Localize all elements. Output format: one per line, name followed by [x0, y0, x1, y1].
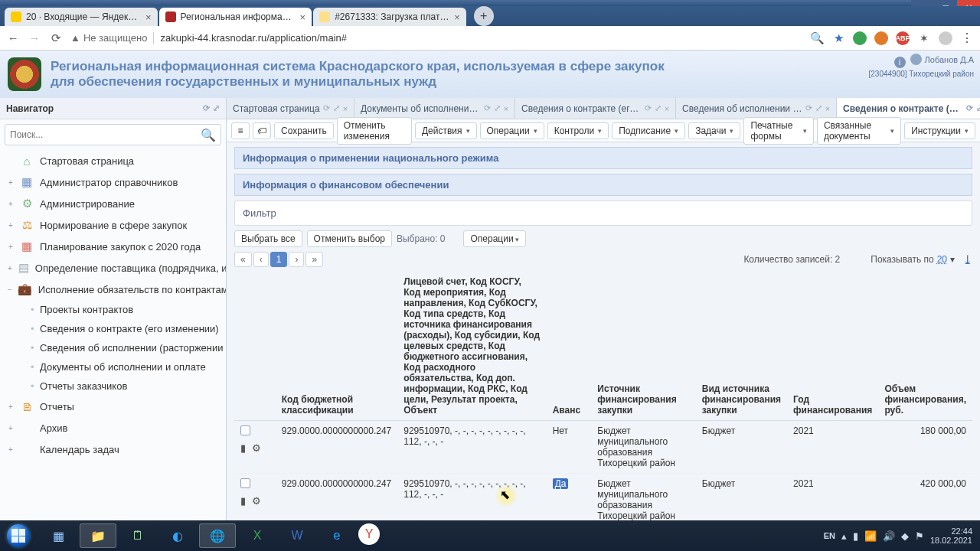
new-tab-button[interactable]: + [474, 6, 494, 26]
row-operations-menu[interactable]: Операции [463, 230, 526, 247]
forward-icon[interactable]: → [28, 31, 41, 45]
tab-refresh-icon[interactable]: ⟳ [323, 103, 330, 113]
tab-close-icon[interactable]: × [343, 104, 348, 113]
col-amount[interactable]: Объем финансирования, руб. [878, 272, 972, 421]
tray-up-icon[interactable]: ▴ [841, 530, 847, 542]
taskbar-app-excel[interactable]: X [239, 523, 276, 548]
nav-start[interactable]: ⌂Стартовая страница [0, 150, 226, 171]
nav-isp[interactable]: −💼Исполнение обязательств по контрактам [0, 279, 226, 300]
extension-icon[interactable] [853, 31, 867, 45]
actions-menu[interactable]: Действия [415, 122, 477, 139]
nav-isp-sved-k[interactable]: Сведения о контракте (его изменении) [0, 319, 226, 338]
browser-tab-active[interactable]: Региональная информационна × [159, 8, 312, 26]
row-checkbox[interactable] [240, 425, 250, 435]
expand-icon[interactable]: ⤢ [213, 103, 220, 113]
controls-menu[interactable]: Контроли [547, 122, 609, 139]
pager-page-1[interactable]: 1 [270, 252, 288, 267]
browser-tab[interactable]: #2671333: Загрузка платежных × [313, 8, 466, 26]
tag-icon[interactable]: 🏷 [253, 122, 271, 139]
row-doc-icon[interactable]: ▮ [240, 495, 246, 507]
taskbar-app-yandex[interactable]: Y [358, 523, 380, 545]
refresh-icon[interactable]: ⟳ [203, 103, 210, 113]
taskbar-app-explorer[interactable]: 📁 [80, 523, 116, 548]
nav-opred[interactable]: +▤Определение поставщика (подрядчика, ис [0, 257, 226, 279]
clear-selection-button[interactable]: Отменить выбор [307, 230, 392, 247]
reload-icon[interactable]: ⟳ [49, 31, 63, 45]
panel-financing[interactable]: Информация о финансовом обеспечении [234, 174, 972, 196]
address-bar[interactable]: ▲Не защищено zakupki-44.krasnodar.ru/app… [70, 32, 802, 44]
user-menu[interactable]: Лобанов Д.А [910, 54, 974, 65]
nav-isp-otch-z[interactable]: Отчеты заказчиков [0, 377, 226, 396]
row-doc-icon[interactable]: ▮ [240, 442, 246, 454]
operations-menu[interactable]: Операции [480, 122, 544, 139]
table-row[interactable]: ▮⚙ 929.0000.0000000000.247 929510970, -,… [234, 421, 972, 474]
col-kbk[interactable]: Код бюджетной классификации [276, 272, 397, 421]
input-language[interactable]: EN [824, 531, 835, 540]
doc-tab[interactable]: Сведения об исполнении (р...⟳⤢× [676, 98, 837, 119]
tray-flag-icon[interactable]: ⚑ [915, 530, 924, 542]
export-icon[interactable]: ⤓ [962, 253, 972, 267]
start-button[interactable] [0, 520, 37, 551]
col-avans[interactable]: Аванс [547, 272, 592, 421]
nav-arch[interactable]: +Архив [0, 417, 226, 439]
save-button[interactable]: Сохранить [274, 122, 334, 139]
browser-tab[interactable]: 20 · Входящие — Яндекс.Почта × [5, 8, 158, 26]
select-all-button[interactable]: Выбрать все [234, 230, 302, 247]
search-icon[interactable]: 🔍 [201, 128, 216, 142]
instructions-menu[interactable]: Инструкции [904, 122, 975, 139]
tasks-menu[interactable]: Задачи [688, 122, 740, 139]
pager-last[interactable]: » [305, 252, 323, 267]
col-source-type[interactable]: Вид источника финансирования закупки [696, 272, 787, 421]
profile-icon[interactable] [939, 31, 952, 45]
page-size[interactable]: Показывать по 20▾ [871, 254, 955, 265]
signing-menu[interactable]: Подписание [612, 122, 685, 139]
tab-close-icon[interactable]: × [300, 11, 306, 23]
cancel-changes-button[interactable]: Отменить изменения [337, 117, 412, 145]
tab-close-icon[interactable]: × [145, 11, 152, 23]
extensions-icon[interactable]: ✶ [917, 31, 931, 45]
search-input[interactable] [10, 129, 201, 140]
nav-norm[interactable]: +⚖Нормирование в сфере закупок [0, 214, 226, 236]
tab-expand-icon[interactable]: ⤢ [333, 103, 340, 113]
back-icon[interactable]: ← [6, 31, 20, 45]
adblock-icon[interactable]: ABP [896, 31, 910, 45]
nav-otch[interactable]: +🗎Отчеты [0, 396, 226, 417]
nav-isp-docs[interactable]: Документы об исполнении и оплате [0, 357, 226, 377]
taskbar-app-chrome[interactable]: 🌐 [199, 523, 236, 548]
extension-icon[interactable] [874, 31, 888, 45]
tray-volume-icon[interactable]: 🔊 [883, 530, 895, 542]
pager-first[interactable]: « [234, 252, 252, 267]
tray-network-icon[interactable]: 📶 [864, 530, 877, 542]
table-row[interactable]: ▮⚙ 929.0000.0000000000.247 929510970, -,… [234, 474, 972, 521]
doc-tab-active[interactable]: Сведения о контракте (его...⟳⤢× [837, 98, 980, 119]
tray-shield-icon[interactable]: ◆ [901, 530, 909, 542]
tray-battery-icon[interactable]: ▮ [853, 530, 858, 542]
nav-isp-sved-i[interactable]: Сведения об исполнении (расторжении [0, 338, 226, 357]
taskbar-app-ie[interactable]: e [318, 523, 355, 548]
nav-admin[interactable]: +⚙Администрирование [0, 193, 226, 214]
row-gear-icon[interactable]: ⚙ [252, 442, 261, 454]
doc-tab[interactable]: Сведения о контракте (его...⟳⤢× [515, 98, 676, 119]
linked-docs-menu[interactable]: Связанные документы [817, 117, 901, 145]
col-source[interactable]: Источник финансирования закупки [591, 272, 695, 421]
menu-icon[interactable]: ≡ [231, 122, 250, 139]
nav-cal[interactable]: +Календарь задач [0, 439, 226, 460]
col-long[interactable]: Лицевой счет, Код КОСГУ, Код мероприятия… [397, 272, 546, 421]
search-icon[interactable]: 🔍 [810, 31, 824, 45]
pager-prev[interactable]: ‹ [253, 252, 269, 267]
doc-tab[interactable]: Стартовая страница⟳⤢× [227, 98, 354, 119]
nav-isp-proj[interactable]: Проекты контрактов [0, 300, 226, 319]
print-forms-menu[interactable]: Печатные формы [743, 117, 814, 145]
doc-tab[interactable]: Документы об исполнении и...⟳⤢× [354, 98, 515, 119]
menu-icon[interactable]: ⋮ [960, 31, 974, 45]
pager-next[interactable]: › [289, 252, 304, 267]
taskbar-app[interactable]: 🗒 [119, 523, 156, 548]
row-gear-icon[interactable]: ⚙ [252, 495, 261, 507]
taskbar-app-teamviewer[interactable]: ◐ [159, 523, 196, 548]
nav-admin-spr[interactable]: +▦Администратор справочников [0, 171, 226, 193]
row-checkbox[interactable] [240, 478, 250, 488]
col-year[interactable]: Год финансирования [787, 272, 878, 421]
nav-plan[interactable]: +▦Планирование закупок с 2020 года [0, 236, 226, 257]
bookmark-star-icon[interactable]: ★ [831, 31, 845, 45]
tab-close-icon[interactable]: × [454, 11, 460, 23]
